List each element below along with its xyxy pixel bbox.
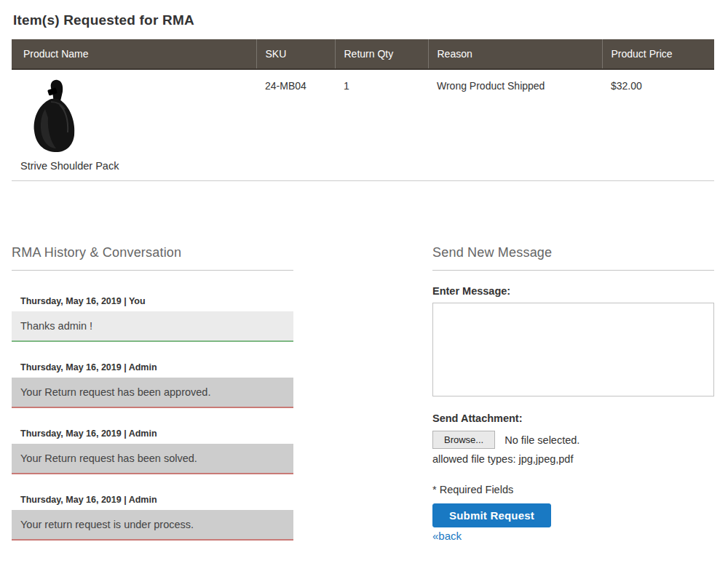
cell-reason: Wrong Product Shipped	[428, 69, 602, 181]
send-message-section: Send New Message Enter Message: Send Att…	[432, 245, 714, 542]
cell-return-qty: 1	[335, 69, 428, 181]
history-message: Thursday, May 16, 2019 | Admin Your Retu…	[12, 428, 293, 474]
no-file-selected-text: No file selected.	[505, 434, 579, 446]
message-date: Thursday, May 16, 2019 | Admin	[20, 428, 293, 439]
page-title: Item(s) Requested for RMA	[12, 0, 714, 39]
message-text: Thanks admin !	[12, 311, 293, 342]
cell-product-price: $32.00	[602, 69, 714, 181]
product-name: Strive Shoulder Pack	[20, 160, 249, 172]
message-date: Thursday, May 16, 2019 | Admin	[20, 362, 293, 372]
col-header-reason: Reason	[428, 39, 602, 69]
message-date: Thursday, May 16, 2019 | Admin	[20, 495, 293, 505]
history-section: RMA History & Conversation Thursday, May…	[12, 245, 293, 542]
col-header-sku: SKU	[256, 39, 335, 69]
message-text: Your Return request has been solved.	[12, 444, 293, 474]
message-date: Thursday, May 16, 2019 | You	[20, 296, 293, 306]
rma-items-table: Product Name SKU Return Qty Reason Produ…	[12, 39, 714, 181]
col-header-return-qty: Return Qty	[335, 39, 428, 69]
history-title: RMA History & Conversation	[12, 245, 293, 271]
cell-sku: 24-MB04	[256, 69, 335, 181]
send-message-title: Send New Message	[432, 245, 714, 271]
history-message: Thursday, May 16, 2019 | Admin Your retu…	[12, 495, 293, 541]
message-list: Thursday, May 16, 2019 | You Thanks admi…	[12, 296, 293, 541]
submit-request-button[interactable]: Submit Request	[432, 503, 551, 527]
required-fields-note: * Required Fields	[432, 484, 714, 495]
rma-detail-page: Item(s) Requested for RMA Product Name S…	[0, 0, 728, 542]
table-row: Strive Shoulder Pack 24-MB04 1 Wrong Pro…	[12, 69, 714, 181]
history-message: Thursday, May 16, 2019 | Admin Your Retu…	[12, 362, 293, 408]
message-text: Your return request is under process.	[12, 510, 293, 541]
product-image	[29, 77, 82, 156]
col-header-product-name: Product Name	[12, 39, 256, 69]
send-attachment-label: Send Attachment:	[432, 412, 714, 424]
history-message: Thursday, May 16, 2019 | You Thanks admi…	[12, 296, 293, 342]
back-link[interactable]: «back	[432, 530, 714, 542]
message-text: Your Return request has been approved.	[12, 378, 293, 408]
enter-message-label: Enter Message:	[432, 285, 714, 297]
table-header-row: Product Name SKU Return Qty Reason Produ…	[12, 39, 714, 69]
message-textarea[interactable]	[432, 303, 714, 396]
col-header-product-price: Product Price	[602, 39, 714, 69]
browse-button[interactable]: Browse...	[432, 431, 495, 449]
allowed-file-types-note: allowed file types: jpg,jpeg,pdf	[432, 453, 714, 465]
